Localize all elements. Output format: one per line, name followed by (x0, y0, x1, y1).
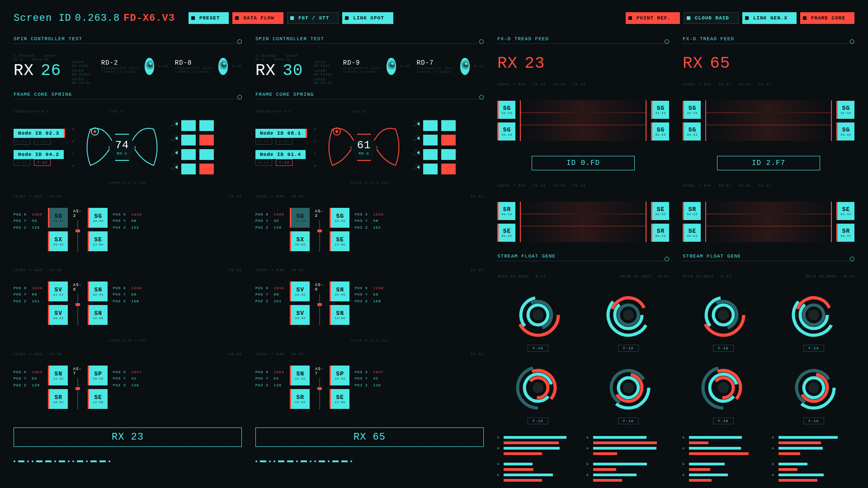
nav-point-ref-[interactable]: POINT REF. (626, 12, 680, 24)
tile-SG[interactable]: SG21-22 (290, 208, 310, 228)
sgtile-SE[interactable]: SE01-22 (683, 224, 701, 242)
nav-data-flow[interactable]: DATA FLOW (232, 12, 283, 24)
tile-SE[interactable]: SE12-66 (88, 389, 108, 409)
node-btn[interactable]: Node ID 01.4 (255, 150, 307, 159)
id-box: ID 2.F7 (717, 156, 820, 170)
tile-SN[interactable]: SN21-22 (48, 366, 68, 385)
nav-link-spot[interactable]: LINK SPOT (342, 12, 393, 24)
svg-point-1 (94, 130, 96, 133)
sgtile-SG[interactable]: SG21-22 (836, 101, 854, 119)
io-box[interactable] (199, 135, 214, 145)
tile-SV[interactable]: SV21-22 (290, 282, 310, 301)
section-stream: STREAM FLOAT GENE (683, 253, 854, 261)
nav-fgt---stt[interactable]: FGT / STT (287, 12, 339, 24)
bar-chart: N N (683, 436, 765, 455)
tile-SP[interactable]: SP32-43 (88, 366, 108, 385)
tile-SX[interactable]: SX26-32 (48, 231, 68, 251)
button-group-2: POINT REF.CLOUD RAIDLINK GEN.XFRAME CORE (626, 12, 854, 24)
sgtile-SG[interactable]: SG21-22 (497, 101, 515, 119)
svg-point-23 (623, 382, 634, 393)
tile-SE[interactable]: SE12-66 (88, 231, 108, 251)
io-box[interactable] (441, 164, 456, 174)
section-feed: FX-D TREAD FEED (683, 36, 854, 44)
nav-cloud-raid[interactable]: CLOUD RAID (684, 12, 739, 24)
top-bar: Screen ID 0.263.8 FD-X6.V3 PRESETDATA FL… (14, 9, 854, 27)
node-btn[interactable]: Node ID 02.3 (14, 129, 65, 138)
section-feed: FX-D TREAD FEED (497, 36, 669, 44)
node-btn[interactable]: Node ID 08.1 (255, 129, 307, 138)
sgtile-SR[interactable]: SR01-22 (651, 224, 669, 242)
sgtile-SG[interactable]: SG01-22 (497, 122, 515, 141)
svg-point-38 (718, 382, 729, 393)
tile-SV[interactable]: SV26-32 (290, 305, 310, 325)
tile-SV[interactable]: SV21-22 (48, 282, 68, 301)
sgtile-SR[interactable]: SR01-22 (836, 224, 854, 242)
svg-point-43 (808, 382, 819, 393)
slider-AS-2[interactable]: AS-2 (315, 208, 324, 253)
tile-SN[interactable]: SN12-66 (88, 305, 108, 325)
sgtile-SE[interactable]: SE01-22 (836, 202, 854, 220)
tile-SN[interactable]: SN12-66 (330, 305, 349, 325)
tile-SE[interactable]: SE12-66 (330, 389, 349, 409)
tile-SR[interactable]: SR26-32 (290, 389, 310, 409)
sgtile-SR[interactable]: SR01-22 (497, 202, 515, 220)
bar-chart: N N (497, 436, 580, 455)
rx-bar: RX 65 (255, 427, 484, 447)
id-box: ID 0.FD (532, 156, 635, 170)
io-box[interactable] (199, 164, 214, 174)
section-spin: SPIN CONTROLLER TEST (14, 36, 242, 44)
svg-point-8 (533, 310, 543, 320)
bowtie-gauge: 74RD-2 (81, 120, 163, 174)
sgtile-SE[interactable]: SE01-22 (651, 202, 669, 220)
rx-label: RX (14, 61, 34, 80)
slider-AS-2[interactable]: AS-2 (73, 208, 82, 253)
bar-chart: N N (587, 436, 670, 455)
node-btn[interactable]: Node ID 04.2 (14, 150, 65, 159)
sgtile-SE[interactable]: SE01-22 (497, 224, 515, 242)
tile-SP[interactable]: SP32-43 (330, 366, 349, 385)
dial-RD-9[interactable] (387, 58, 396, 75)
sgtile-SG[interactable]: SG01-22 (651, 122, 669, 141)
dial-RD-7[interactable] (460, 58, 470, 75)
dial-RD-2[interactable] (145, 58, 155, 75)
slider-AS-8[interactable]: AS-8 (73, 282, 82, 327)
radial-gauge: F-18 (773, 288, 854, 352)
rx-bar: RX 23 (14, 427, 242, 447)
panel-b: SPIN CONTROLLER TEST X-TRIMMER GROUP RT-… (255, 36, 484, 482)
slider-AS-7[interactable]: AS-7 (73, 366, 82, 411)
svg-point-18 (533, 382, 543, 393)
slider-AS-8[interactable]: AS-8 (315, 282, 324, 327)
io-box[interactable] (199, 149, 214, 160)
svg-point-33 (808, 310, 819, 320)
dial-RD-8[interactable] (218, 58, 228, 75)
bar-chart: N N (587, 462, 670, 482)
tile-SE[interactable]: SE12-66 (330, 231, 349, 251)
io-box[interactable] (441, 120, 456, 131)
tile-SG[interactable]: SG32-43 (330, 208, 349, 228)
sgtile-SR[interactable]: SR01-22 (683, 202, 701, 220)
waveform (520, 100, 646, 141)
io-box[interactable] (441, 135, 456, 145)
tile-SG[interactable]: SG32-43 (88, 208, 108, 228)
tile-SN[interactable]: SN21-22 (290, 366, 310, 385)
tile-SN[interactable]: SN32-43 (88, 282, 108, 301)
section-stream: STREAM FLOAT GENE (497, 253, 669, 261)
nav-preset[interactable]: PRESET (189, 12, 229, 24)
tile-SN[interactable]: SN32-43 (330, 282, 349, 301)
sgtile-SG[interactable]: SG01-22 (836, 122, 854, 141)
nav-frame-core[interactable]: FRAME CORE (800, 12, 854, 24)
sgtile-SG[interactable]: SG01-22 (683, 122, 701, 141)
tile-SV[interactable]: SV26-32 (48, 305, 68, 325)
io-box[interactable] (199, 120, 214, 131)
io-box[interactable] (441, 149, 456, 160)
radial-gauge: F-18 (683, 288, 764, 352)
nav-link-gen-x[interactable]: LINK GEN.X (742, 12, 797, 24)
section-fcs: FRAME CORE SPRING (14, 92, 242, 99)
sgtile-SG[interactable]: SG21-22 (651, 101, 669, 119)
tile-SX[interactable]: SX26-32 (290, 231, 310, 251)
sgtile-SG[interactable]: SG21-22 (683, 101, 701, 119)
tile-SR[interactable]: SR26-32 (48, 389, 68, 409)
tile-SG[interactable]: SG21-22 (48, 208, 68, 228)
radial-gauge: F-18 (773, 361, 854, 424)
slider-AS-7[interactable]: AS-7 (315, 366, 324, 411)
